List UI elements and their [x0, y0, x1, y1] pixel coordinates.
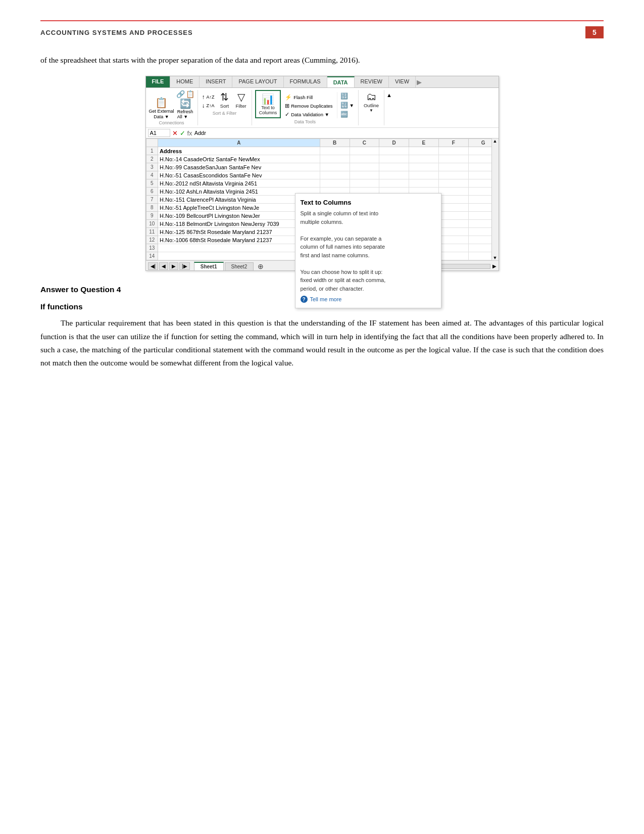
tooltip-popup: Text to Columns Split a single column of…: [295, 193, 441, 308]
col-header-b[interactable]: B: [320, 139, 350, 147]
cell-f2[interactable]: [438, 155, 468, 163]
cell-c1[interactable]: [350, 147, 379, 155]
cell-b3[interactable]: [320, 163, 350, 171]
tab-page-layout[interactable]: PAGE LAYOUT: [232, 76, 283, 87]
col-header-a[interactable]: A: [158, 139, 320, 147]
cell-e5[interactable]: [409, 179, 439, 188]
sort-az-button[interactable]: ↑A↑Z: [201, 93, 216, 101]
cell-f12[interactable]: [438, 236, 468, 244]
relationships-button[interactable]: 🔤: [339, 110, 355, 118]
tab-home[interactable]: HOME: [170, 76, 200, 87]
cell-c3[interactable]: [350, 163, 379, 171]
row-num-4: 4: [146, 171, 158, 179]
tell-me-more-label: Tell me more: [310, 296, 342, 302]
text-to-columns-button[interactable]: 📊 Text toColumns: [255, 90, 281, 118]
sheet-nav-next[interactable]: ▶: [169, 262, 178, 270]
ribbon-body: 📋 Get ExternalData ▼ 🔗 📋 🔄 RefreshAll ▼: [146, 88, 499, 128]
data-validation-button[interactable]: ✓ Data Validation ▼: [284, 111, 333, 118]
cell-f5[interactable]: [438, 179, 468, 188]
get-external-data-button[interactable]: 📋 Get ExternalData ▼: [149, 97, 174, 120]
add-sheet-button[interactable]: ⊕: [255, 262, 267, 270]
outline-icon: 🗂: [366, 91, 376, 103]
tab-view[interactable]: VIEW: [389, 76, 416, 87]
cell-f6[interactable]: [438, 188, 468, 196]
cell-f7[interactable]: [438, 196, 468, 204]
sheet-tab-2[interactable]: Sheet2: [225, 262, 254, 270]
cell-a3[interactable]: H.No:-99 CasasdeSanJuan SantaFe Nev: [158, 163, 320, 171]
sort-za-button[interactable]: ↓Z↑A: [201, 102, 216, 110]
cell-f10[interactable]: [438, 220, 468, 228]
cell-f14[interactable]: [438, 252, 468, 260]
row-num-14: 14: [146, 252, 158, 260]
cancel-icon[interactable]: ✕: [172, 129, 178, 137]
function-icon[interactable]: fx: [187, 129, 192, 137]
cell-f1[interactable]: [438, 147, 468, 155]
cell-b1[interactable]: [320, 147, 350, 155]
tab-formulas[interactable]: FORMULAS: [284, 76, 327, 87]
cell-d2[interactable]: [379, 155, 409, 163]
ribbon-more-icon[interactable]: ▶: [417, 78, 422, 86]
sheet-tab-1[interactable]: Sheet1: [194, 262, 224, 270]
row-num-8: 8: [146, 204, 158, 212]
confirm-icon[interactable]: ✓: [180, 129, 185, 137]
cell-b2[interactable]: [320, 155, 350, 163]
tell-me-more-button[interactable]: ? Tell me more: [301, 296, 436, 303]
cell-f4[interactable]: [438, 171, 468, 179]
ribbon-tabs: FILE HOME INSERT PAGE LAYOUT FORMULAS DA…: [146, 76, 499, 88]
tab-file[interactable]: FILE: [146, 76, 171, 87]
scroll-right-btn[interactable]: ▶: [492, 263, 497, 269]
outline-top: 🗂 Outline ▼: [362, 90, 381, 114]
cell-a4[interactable]: H.No:-51 CasasEscondidos SantaFe Nev: [158, 171, 320, 179]
cell-e3[interactable]: [409, 163, 439, 171]
cell-a2[interactable]: H.No:-14 CasadeOrtiz SantaFe NewMex: [158, 155, 320, 163]
cell-f9[interactable]: [438, 212, 468, 220]
remove-duplicates-button[interactable]: ⊞ Remove Duplicates: [284, 102, 333, 110]
data-tools-right: ⚡ Flash Fill ⊞ Remove Duplicates ✓ Data …: [284, 94, 333, 118]
sheet-nav-last[interactable]: |▶: [179, 262, 190, 270]
flash-fill-button[interactable]: ⚡ Flash Fill: [284, 94, 333, 101]
cell-e2[interactable]: [409, 155, 439, 163]
cell-c4[interactable]: [350, 171, 379, 179]
ribbon-scroll-up[interactable]: ▲: [384, 90, 394, 100]
sheet-nav-first[interactable]: ◀|: [148, 262, 159, 270]
cell-d1[interactable]: [379, 147, 409, 155]
cell-e1[interactable]: [409, 147, 439, 155]
tooltip-para3: first and last name columns.: [301, 252, 370, 258]
scroll-up-btn[interactable]: ▲: [493, 138, 498, 144]
filter-button[interactable]: ▽ Filter: [234, 90, 249, 110]
col-header-f[interactable]: F: [438, 139, 468, 147]
page-header: ACCOUNTING SYSTEMS AND PROCESSES 5: [40, 20, 604, 38]
vertical-scrollbar[interactable]: ▲ ▼: [491, 138, 499, 260]
cell-f3[interactable]: [438, 163, 468, 171]
tab-review[interactable]: REVIEW: [355, 76, 389, 87]
cell-a5[interactable]: H.No:-2012 ndSt Altavista Virginia 2451: [158, 179, 320, 188]
outline-button[interactable]: 🗂 Outline ▼: [362, 90, 381, 114]
cell-d4[interactable]: [379, 171, 409, 179]
consolidate-button[interactable]: 🔢: [339, 92, 355, 100]
cell-f8[interactable]: [438, 204, 468, 212]
sheet-nav-prev[interactable]: ◀: [159, 262, 168, 270]
sort-filter-group: ↑A↑Z ↓Z↑A ⇅ Sort ▽ Filter Sort & Filte: [198, 90, 252, 125]
col-header-c[interactable]: C: [350, 139, 379, 147]
cell-e4[interactable]: [409, 171, 439, 179]
col-header-d[interactable]: D: [379, 139, 409, 147]
cell-b5[interactable]: [320, 179, 350, 188]
cell-f13[interactable]: [438, 244, 468, 252]
refresh-all-button[interactable]: 🔄 RefreshAll ▼: [177, 98, 193, 119]
row-num-7: 7: [146, 196, 158, 204]
cell-reference-input[interactable]: [148, 129, 170, 137]
cell-c2[interactable]: [350, 155, 379, 163]
tab-insert[interactable]: INSERT: [200, 76, 232, 87]
cell-d3[interactable]: [379, 163, 409, 171]
scroll-down-btn[interactable]: ▼: [493, 255, 498, 260]
cell-a1[interactable]: Address: [158, 147, 320, 155]
cell-d5[interactable]: [379, 179, 409, 188]
what-if-button[interactable]: 🔣 ▼: [339, 101, 355, 109]
cell-f11[interactable]: [438, 228, 468, 236]
tab-data[interactable]: DATA: [327, 76, 355, 87]
cell-c5[interactable]: [350, 179, 379, 188]
cell-b4[interactable]: [320, 171, 350, 179]
row-num-12: 12: [146, 236, 158, 244]
col-header-e[interactable]: E: [409, 139, 439, 147]
sort-button[interactable]: ⇅ Sort: [218, 90, 232, 110]
